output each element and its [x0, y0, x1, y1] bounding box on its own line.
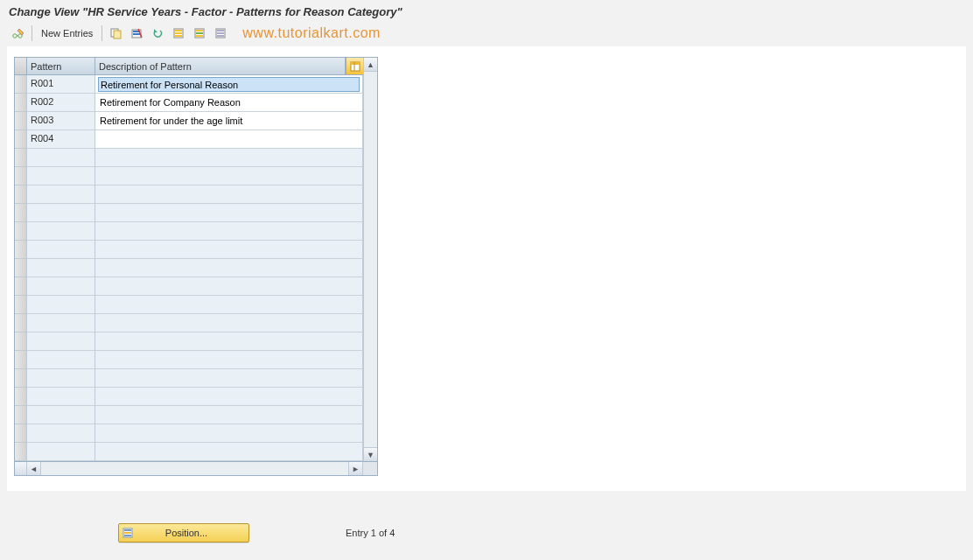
pattern-cell[interactable] [27, 149, 95, 167]
description-cell[interactable] [95, 75, 363, 94]
position-button[interactable]: Position... [118, 523, 249, 542]
row-selector[interactable] [15, 296, 27, 314]
description-cell[interactable] [95, 167, 363, 186]
copy-as-button[interactable] [106, 24, 125, 42]
pattern-cell[interactable] [27, 369, 95, 388]
description-cell[interactable] [95, 259, 363, 277]
description-cell[interactable] [95, 406, 363, 424]
column-header-pattern[interactable]: Pattern [27, 58, 95, 74]
undo-change-button[interactable] [148, 24, 167, 42]
description-input[interactable] [98, 150, 360, 164]
row-selector[interactable] [15, 186, 27, 204]
pattern-cell[interactable] [27, 424, 95, 443]
row-selector[interactable] [15, 259, 27, 277]
row-selector[interactable] [15, 167, 27, 186]
row-selector[interactable] [15, 369, 27, 388]
scroll-right-button[interactable]: ► [349, 462, 363, 475]
description-input[interactable] [98, 444, 360, 458]
row-selector[interactable] [15, 112, 27, 130]
pattern-cell[interactable]: R003 [27, 112, 95, 130]
scroll-left-button[interactable]: ◄ [27, 462, 41, 475]
description-cell[interactable] [95, 388, 363, 406]
description-input[interactable] [98, 371, 360, 385]
select-all-button[interactable] [169, 24, 188, 42]
description-input[interactable] [98, 334, 360, 348]
row-selector[interactable] [15, 406, 27, 424]
pattern-cell[interactable] [27, 277, 95, 296]
pattern-cell[interactable] [27, 186, 95, 204]
description-cell[interactable] [95, 241, 363, 259]
pattern-cell[interactable] [27, 241, 95, 259]
description-input[interactable] [98, 77, 360, 92]
pattern-cell[interactable]: R004 [27, 130, 95, 149]
toggle-display-change-button[interactable] [9, 24, 28, 42]
row-selector[interactable] [15, 314, 27, 332]
description-cell[interactable] [95, 130, 363, 149]
delete-button[interactable] [127, 24, 146, 42]
description-cell[interactable] [95, 369, 363, 388]
select-block-button[interactable] [190, 24, 209, 42]
description-input[interactable] [98, 187, 360, 201]
row-selector[interactable] [15, 204, 27, 222]
pattern-cell[interactable] [27, 296, 95, 314]
description-cell[interactable] [95, 222, 363, 241]
row-selector[interactable] [15, 94, 27, 112]
pattern-cell[interactable]: R002 [27, 94, 95, 112]
pattern-cell[interactable] [27, 443, 95, 461]
description-input[interactable] [98, 279, 360, 293]
row-selector[interactable] [15, 388, 27, 406]
description-cell[interactable] [95, 314, 363, 332]
description-cell[interactable] [95, 332, 363, 351]
description-cell[interactable] [95, 443, 363, 461]
row-selector[interactable] [15, 130, 27, 149]
scroll-up-button[interactable]: ▲ [364, 58, 377, 72]
row-selector[interactable] [15, 149, 27, 167]
description-input[interactable] [98, 353, 360, 367]
description-cell[interactable] [95, 277, 363, 296]
description-input[interactable] [98, 224, 360, 238]
pattern-cell[interactable] [27, 351, 95, 369]
description-cell[interactable] [95, 149, 363, 167]
row-selector[interactable] [15, 443, 27, 461]
description-input[interactable] [98, 95, 360, 109]
hscroll-track[interactable] [41, 462, 349, 475]
pattern-cell[interactable] [27, 222, 95, 241]
description-input[interactable] [98, 206, 360, 220]
description-input[interactable] [98, 242, 360, 256]
row-selector[interactable] [15, 222, 27, 241]
description-cell[interactable] [95, 424, 363, 443]
row-selector[interactable] [15, 351, 27, 369]
description-cell[interactable] [95, 204, 363, 222]
pattern-cell[interactable] [27, 406, 95, 424]
new-entries-button[interactable]: New Entries [36, 26, 98, 40]
row-selector[interactable] [15, 277, 27, 296]
description-input[interactable] [98, 426, 360, 440]
scroll-down-button[interactable]: ▼ [364, 447, 377, 461]
description-input[interactable] [98, 114, 360, 128]
description-cell[interactable] [95, 94, 363, 112]
description-input[interactable] [98, 298, 360, 312]
description-input[interactable] [98, 169, 360, 183]
row-selector[interactable] [15, 332, 27, 351]
description-input[interactable] [98, 132, 360, 146]
pattern-cell[interactable] [27, 259, 95, 277]
row-selector[interactable] [15, 75, 27, 94]
description-input[interactable] [98, 389, 360, 403]
description-input[interactable] [98, 261, 360, 275]
pattern-cell[interactable]: R001 [27, 75, 95, 94]
column-header-description[interactable]: Description of Pattern [95, 58, 346, 74]
vertical-scrollbar[interactable]: ▲ ▼ [363, 58, 377, 461]
description-cell[interactable] [95, 186, 363, 204]
deselect-all-button[interactable] [211, 24, 230, 42]
table-settings-button[interactable] [346, 58, 363, 74]
description-input[interactable] [98, 408, 360, 422]
pattern-cell[interactable] [27, 204, 95, 222]
description-input[interactable] [98, 316, 360, 330]
description-cell[interactable] [95, 296, 363, 314]
row-selector-header[interactable] [15, 58, 27, 74]
row-selector[interactable] [15, 241, 27, 259]
pattern-cell[interactable] [27, 332, 95, 351]
pattern-cell[interactable] [27, 388, 95, 406]
row-selector[interactable] [15, 424, 27, 443]
description-cell[interactable] [95, 112, 363, 130]
